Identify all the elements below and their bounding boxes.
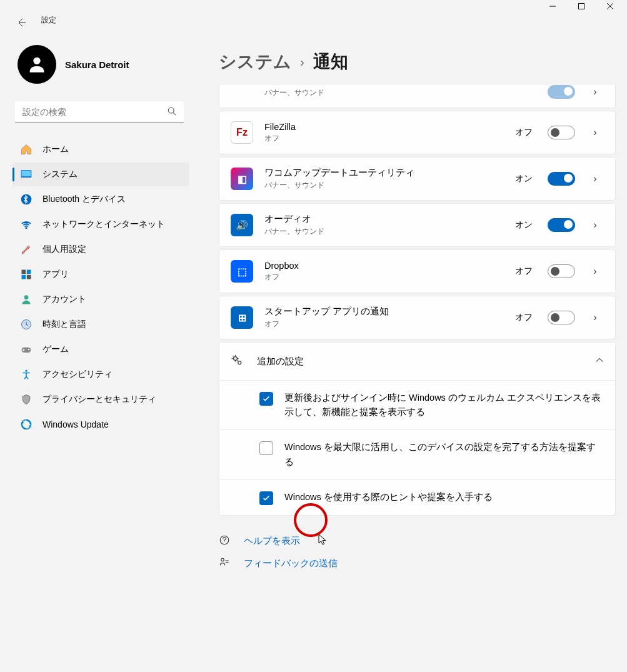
minimize-button[interactable] <box>538 0 567 16</box>
app-row[interactable]: FzFileZillaオフオフ› <box>219 111 615 154</box>
nav-label: アクセシビリティ <box>43 369 113 380</box>
chevron-right-icon: › <box>586 312 604 323</box>
toggle-state: オフ <box>515 312 533 323</box>
toggle-state: オン <box>515 219 533 231</box>
svg-rect-0 <box>579 4 584 9</box>
check-label: Windows を使用する際のヒントや提案を入手する <box>284 490 493 504</box>
check-row[interactable]: Windows を使用する際のヒントや提案を入手する <box>219 479 615 515</box>
app-title: FileZilla <box>264 122 504 132</box>
app-sub: オフ <box>264 272 504 283</box>
app-row[interactable]: ⊞スタートアップ アプリの通知オフオフ› <box>219 296 615 339</box>
chevron-up-icon <box>595 356 604 367</box>
nav-item-system[interactable]: システム <box>13 163 189 186</box>
toggle[interactable] <box>548 311 575 324</box>
close-button[interactable] <box>596 0 624 16</box>
svg-point-17 <box>238 361 241 364</box>
chevron-right-icon: › <box>586 127 604 138</box>
app-row-partial[interactable]: バナー、サウンド › <box>219 85 615 108</box>
app-icon: 🔊 <box>231 214 253 236</box>
nav-item-time[interactable]: 時刻と言語 <box>13 313 189 336</box>
nav-item-net[interactable]: ネットワークとインターネット <box>13 213 189 236</box>
nav-label: ゲーム <box>43 344 69 355</box>
toggle[interactable] <box>548 172 575 186</box>
nav-item-game[interactable]: ゲーム <box>13 338 189 361</box>
breadcrumb: システム › 通知 <box>219 50 616 74</box>
update-icon <box>20 418 33 431</box>
profile[interactable]: Sakura Detroit <box>18 45 189 84</box>
nav-label: 時刻と言語 <box>43 319 86 330</box>
home-icon <box>20 143 33 156</box>
nav-label: アカウント <box>43 294 86 305</box>
toggle[interactable] <box>548 264 575 278</box>
time-icon <box>20 318 33 331</box>
apps-icon <box>20 268 33 281</box>
app-row[interactable]: 🔊オーディオバナー、サウンドオン› <box>219 204 615 246</box>
toggle[interactable] <box>548 126 575 139</box>
help-link[interactable]: ヘルプを表示 <box>219 534 616 548</box>
nav-label: Windows Update <box>43 419 109 429</box>
nav-label: ホーム <box>43 144 69 155</box>
nav-item-privacy[interactable]: プライバシーとセキュリティ <box>13 388 189 411</box>
app-title: スタートアップ アプリの通知 <box>264 306 504 318</box>
back-button[interactable] <box>16 18 26 30</box>
nav-item-bt[interactable]: Bluetooth とデバイス <box>13 188 189 211</box>
app-sub: オフ <box>264 133 504 144</box>
svg-rect-8 <box>22 275 26 279</box>
app-sub: バナー、サウンド <box>264 226 504 237</box>
nav-item-update[interactable]: Windows Update <box>13 413 189 436</box>
app-row[interactable]: ◧ワコムアップデートユーティリティバナー、サウンドオン› <box>219 158 615 200</box>
privacy-icon <box>20 393 33 406</box>
help-icon <box>219 534 231 548</box>
chevron-right-icon: › <box>586 86 604 98</box>
breadcrumb-parent[interactable]: システム <box>219 50 291 74</box>
search-icon <box>168 107 176 118</box>
additional-settings-expander[interactable]: 追加の設定 <box>219 343 615 380</box>
account-icon <box>20 293 33 306</box>
feedback-label: フィードバックの送信 <box>244 558 338 569</box>
app-sub: バナー、サウンド <box>264 88 536 98</box>
svg-point-14 <box>25 370 27 372</box>
feedback-link[interactable]: フィードバックの送信 <box>219 557 616 571</box>
svg-rect-4 <box>22 171 31 176</box>
breadcrumb-current: 通知 <box>313 50 348 74</box>
game-icon <box>20 343 33 356</box>
nav-label: アプリ <box>43 269 69 280</box>
maximize-button[interactable] <box>567 0 596 16</box>
toggle[interactable] <box>548 218 575 232</box>
app-icon: Fz <box>231 121 253 144</box>
svg-point-19 <box>221 558 224 561</box>
nav-item-access[interactable]: アクセシビリティ <box>13 363 189 386</box>
nav-label: システム <box>43 169 78 180</box>
nav-label: 個人用設定 <box>43 244 86 255</box>
check-row[interactable]: Windows を最大限に活用し、このデバイスの設定を完了する方法を提案する <box>219 429 615 479</box>
help-label: ヘルプを表示 <box>244 535 300 547</box>
svg-rect-7 <box>27 270 31 274</box>
profile-name: Sakura Detroit <box>65 59 129 70</box>
check-label: Windows を最大限に活用し、このデバイスの設定を完了する方法を提案する <box>284 440 604 469</box>
checkbox[interactable] <box>259 392 273 406</box>
chevron-right-icon: › <box>586 173 604 184</box>
nav-item-home[interactable]: ホーム <box>13 138 189 161</box>
svg-point-13 <box>28 349 30 351</box>
app-title: Dropbox <box>264 261 504 271</box>
avatar <box>18 45 56 84</box>
search-box[interactable] <box>15 101 184 123</box>
toggle[interactable] <box>548 85 575 99</box>
nav-item-account[interactable]: アカウント <box>13 288 189 311</box>
search-input[interactable] <box>15 101 184 123</box>
check-row[interactable]: 更新後およびサインイン時に Windows のウェルカム エクスペリエンスを表示… <box>219 380 615 429</box>
svg-rect-6 <box>22 270 26 274</box>
nav-item-apps[interactable]: アプリ <box>13 263 189 286</box>
app-title: 設定 <box>41 15 56 26</box>
svg-point-1 <box>33 58 40 64</box>
expander-title: 追加の設定 <box>257 356 584 368</box>
nav-label: Bluetooth とデバイス <box>43 194 126 205</box>
nav-item-brush[interactable]: 個人用設定 <box>13 238 189 261</box>
app-title: オーディオ <box>264 213 504 225</box>
system-icon <box>20 168 33 181</box>
checkbox[interactable] <box>259 491 273 505</box>
svg-point-2 <box>168 108 174 113</box>
app-row[interactable]: ⬚Dropboxオフオフ› <box>219 250 615 293</box>
checkbox[interactable] <box>259 441 273 455</box>
check-label: 更新後およびサインイン時に Windows のウェルカム エクスペリエンスを表示… <box>284 391 604 419</box>
